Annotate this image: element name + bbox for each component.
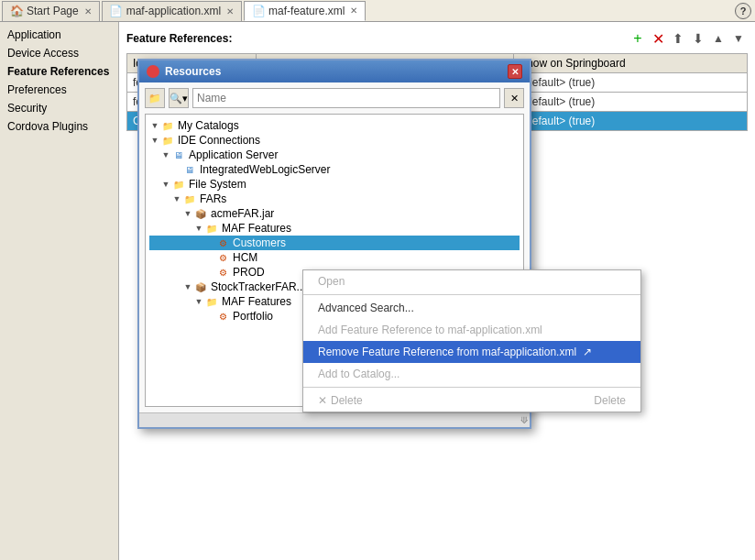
folder-button[interactable]: 📁 [145,88,165,108]
toggle-icon [204,238,215,247]
search-input[interactable] [192,88,500,108]
cell-springboard: <default> (true) [514,73,748,93]
dialog-titlebar: Resources ✕ [139,60,530,82]
node-label: Application Server [189,148,278,161]
menu-item-open[interactable]: Open [303,270,640,292]
dialog-title-label: Resources [165,65,221,78]
menu-item-add-to-catalog[interactable]: Add to Catalog... [303,363,640,385]
sidebar-item-feature-references[interactable]: Feature References [0,62,118,81]
sidebar-item-preferences[interactable]: Preferences [0,81,118,99]
toggle-icon: ▼ [182,282,193,291]
tab-maf-feature[interactable]: 📄 maf-feature.xml ✕ [244,1,366,21]
node-label: HCM [233,251,257,264]
tab-maf-application-label: maf-application.xml [126,5,221,17]
jar-icon: 📦 [193,280,208,293]
sidebar: Application Device Access Feature Refere… [0,22,119,560]
sidebar-item-security[interactable]: Security [0,99,118,117]
feature-icon: ⚙ [215,266,230,279]
menu-item-advanced-search-label: Advanced Search... [318,302,414,314]
delete-icon: ✕ [318,394,327,407]
folder-icon: 📁 [204,295,219,308]
move-down-button[interactable]: ▼ [729,29,748,48]
node-label: My Catalogs [178,119,239,132]
toggle-icon: ▼ [193,297,204,306]
toggle-icon: ▼ [193,224,204,233]
node-label: MAF Features [222,222,291,235]
tab-start-page-label: Start Page [27,5,79,17]
resize-icon: ⟱ [520,415,528,425]
menu-item-delete[interactable]: ✕ Delete Delete [303,390,640,412]
delete-shortcut: Delete [594,394,626,407]
tree-node-customers[interactable]: ⚙ Customers [149,236,520,250]
tree-node-file-system[interactable]: ▼ 📁 File System [149,177,520,192]
tree-node-acmefar[interactable]: ▼ 📦 acmeFAR.jar [149,206,520,221]
menu-item-open-label: Open [318,275,345,288]
help-button[interactable]: ? [735,3,751,19]
menu-item-delete-label: Delete [331,394,363,407]
tab-maf-application-close[interactable]: ✕ [226,6,234,16]
tab-maf-application[interactable]: 📄 maf-application.xml ✕ [102,1,242,21]
jar-icon: 📦 [193,207,208,220]
nav-down-button[interactable]: ⬇ [689,29,707,48]
server-icon: 🖥 [182,163,197,176]
tree-node-integrated-weblogic[interactable]: 🖥 IntegratedWebLogicServer [149,162,520,177]
menu-separator-2 [303,387,640,388]
nav-up-button[interactable]: ⬆ [669,29,687,48]
tab-bar: 🏠 Start Page ✕ 📄 maf-application.xml ✕ 📄… [0,0,755,22]
menu-separator [303,294,640,295]
tab-start-page-close[interactable]: ✕ [84,6,92,16]
tab-start-page[interactable]: 🏠 Start Page ✕ [2,1,100,21]
toggle-icon [204,253,215,262]
section-title: Feature References: [126,32,232,45]
folder-icon: 📁 [171,178,186,191]
toggle-icon [204,312,215,321]
dialog-close-button[interactable]: ✕ [508,64,522,79]
tree-node-hcm[interactable]: ⚙ HCM [149,250,520,265]
col-springboard: Show on Springboard [514,54,748,73]
feature-icon: ⚙ [215,236,230,249]
server-icon: 🖥 [171,148,186,161]
cell-springboard: <default> (true) [514,93,748,112]
tree-node-maf-features-1[interactable]: ▼ 📁 MAF Features [149,221,520,236]
toggle-icon: ▼ [171,194,182,203]
toggle-icon: ▼ [160,180,171,189]
maf-application-icon: 📄 [110,5,123,17]
toggle-icon: ▼ [149,136,160,145]
menu-item-advanced-search[interactable]: Advanced Search... [303,297,640,319]
menu-item-add-feature-ref-label: Add Feature Reference to maf-application… [318,324,542,336]
node-label: StockTrackerFAR... [211,280,306,293]
node-label: FARs [200,192,226,205]
tree-node-application-server[interactable]: ▼ 🖥 Application Server [149,148,520,162]
sidebar-item-device-access[interactable]: Device Access [0,44,118,62]
tree-node-ide-connections[interactable]: ▼ 📁 IDE Connections [149,133,520,148]
tree-node-fars[interactable]: ▼ 📁 FARs [149,192,520,206]
dialog-toolbar: 📁 🔍▾ ✕ [145,88,524,108]
node-label: Portfolio [233,310,273,323]
folder-icon: 📁 [204,222,219,235]
menu-item-remove-feature-ref-label: Remove Feature Reference from maf-applic… [318,346,576,358]
remove-button[interactable]: ✕ [649,29,667,48]
toggle-icon: ▼ [160,150,171,159]
menu-item-remove-feature-ref[interactable]: Remove Feature Reference from maf-applic… [303,341,640,363]
node-label: IntegratedWebLogicServer [200,163,331,176]
dialog-footer: ⟱ [139,412,530,427]
menu-item-add-to-catalog-label: Add to Catalog... [318,368,399,380]
tab-maf-feature-label: maf-feature.xml [268,5,345,17]
node-label: acmeFAR.jar [211,207,274,220]
main-content: Application Device Access Feature Refere… [0,22,755,560]
context-menu: Open Advanced Search... Add Feature Refe… [302,269,641,412]
add-button[interactable]: + [629,29,647,48]
clear-search-button[interactable]: ✕ [504,88,524,108]
toggle-icon: ▼ [149,121,160,130]
toggle-icon [171,165,182,174]
move-up-button[interactable]: ▲ [709,29,728,48]
feature-icon: ⚙ [215,251,230,264]
search-dropdown-button[interactable]: 🔍▾ [169,88,189,108]
cursor-indicator: ↗ [583,346,592,358]
tree-node-my-catalogs[interactable]: ▼ 📁 My Catalogs [149,118,520,133]
node-label: PROD [233,266,265,279]
sidebar-item-application[interactable]: Application [0,26,118,44]
menu-item-add-feature-ref[interactable]: Add Feature Reference to maf-application… [303,319,640,341]
sidebar-item-cordova-plugins[interactable]: Cordova Plugins [0,117,118,136]
tab-maf-feature-close[interactable]: ✕ [350,5,357,16]
